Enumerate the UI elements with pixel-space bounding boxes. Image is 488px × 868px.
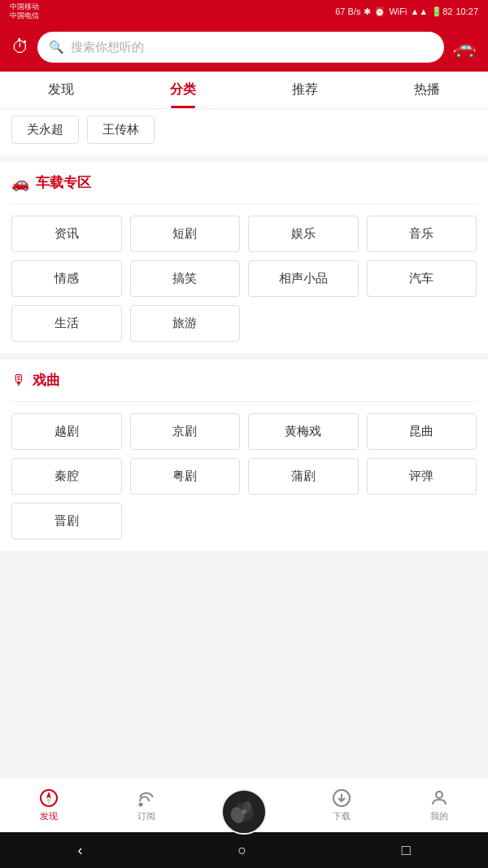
opera-tag-2[interactable]: 黄梅戏 <box>248 413 359 450</box>
car-icon[interactable]: 🚗 <box>452 36 477 59</box>
search-bar[interactable]: 🔍 搜索你想听的 <box>37 32 444 63</box>
nav-tabs: 发现 分类 推荐 热播 <box>0 72 488 109</box>
mic-section-icon: 🎙 <box>11 372 26 389</box>
speed-indicator: 67 B/s <box>335 7 360 16</box>
carzone-tag-7[interactable]: 汽车 <box>367 260 477 297</box>
bottom-nav: 发现 订阅 下载 <box>0 777 488 832</box>
bluetooth-icon: ✱ <box>364 7 371 17</box>
status-bar: 中国移动 中国电信 67 B/s ✱ ⏰ WiFi ▲▲ 🔋82 10:27 <box>0 0 488 23</box>
section-opera-header: 🎙 戏曲 <box>11 371 477 390</box>
artist-tag-0[interactable]: 关永超 <box>11 116 79 144</box>
wifi-icon: WiFi <box>389 7 407 16</box>
artist-tag-1[interactable]: 王传林 <box>87 116 155 144</box>
nav-download-label: 下载 <box>333 810 351 822</box>
now-playing-art <box>223 791 265 833</box>
tab-find[interactable]: 发现 <box>0 72 122 108</box>
tab-hot[interactable]: 热播 <box>366 72 488 108</box>
rss-icon <box>137 788 156 808</box>
carzone-tag-6[interactable]: 相声小品 <box>248 260 359 297</box>
svg-point-8 <box>242 809 246 814</box>
carzone-tag-1[interactable]: 短剧 <box>130 216 241 252</box>
battery-icon: 🔋82 <box>431 7 452 17</box>
alarm-icon: ⏰ <box>374 7 386 17</box>
carzone-tag-5[interactable]: 搞笑 <box>130 260 241 297</box>
opera-tag-7[interactable]: 评弹 <box>367 458 477 495</box>
nav-mine-label: 我的 <box>430 810 448 822</box>
opera-tag-grid: 越剧 京剧 黄梅戏 昆曲 秦腔 粤剧 蒲剧 评弹 晋剧 <box>11 413 477 539</box>
user-icon <box>429 788 449 808</box>
nav-mine[interactable]: 我的 <box>390 782 488 829</box>
nav-find-label: 发现 <box>40 810 58 822</box>
section-carzone: 🚗 车载专区 资讯 短剧 娱乐 音乐 情感 搞笑 相声小品 汽车 生活 旅游 <box>0 162 488 353</box>
search-placeholder: 搜索你想听的 <box>71 40 144 55</box>
section-carzone-divider <box>11 203 477 204</box>
artist-row: 关永超 王传林 <box>0 109 488 155</box>
carzone-tag-9[interactable]: 旅游 <box>130 305 241 342</box>
svg-marker-1 <box>46 792 51 798</box>
download-icon <box>332 788 351 808</box>
carrier-info: 中国移动 中国电信 <box>10 2 39 20</box>
android-home-btn[interactable]: ○ <box>237 842 246 859</box>
carzone-tag-0[interactable]: 资讯 <box>11 216 122 252</box>
nav-find[interactable]: 发现 <box>0 782 98 829</box>
search-icon: 🔍 <box>49 40 64 55</box>
section-carzone-header: 🚗 车载专区 <box>11 173 477 192</box>
section-carzone-title: 车载专区 <box>36 173 91 192</box>
clock-icon[interactable]: ⏱ <box>11 37 29 58</box>
section-opera: 🎙 戏曲 越剧 京剧 黄梅戏 昆曲 秦腔 粤剧 蒲剧 评弹 晋剧 <box>0 360 488 551</box>
android-nav-bar: ‹ ○ □ <box>0 832 488 868</box>
carzone-tag-4[interactable]: 情感 <box>11 260 122 297</box>
section-opera-divider <box>11 401 477 402</box>
header: ⏱ 🔍 搜索你想听的 🚗 <box>0 23 488 72</box>
tab-category[interactable]: 分类 <box>122 72 244 108</box>
scroll-content: 关永超 王传林 🚗 车载专区 资讯 短剧 娱乐 音乐 情感 搞笑 相声小品 汽车… <box>0 109 488 777</box>
carzone-tag-grid: 资讯 短剧 娱乐 音乐 情感 搞笑 相声小品 汽车 生活 旅游 <box>11 216 477 342</box>
nav-subscribe-label: 订阅 <box>137 810 155 822</box>
time-display: 10:27 <box>455 7 478 16</box>
nav-download[interactable]: 下载 <box>293 782 390 829</box>
opera-tag-8[interactable]: 晋剧 <box>11 503 122 539</box>
android-recent-btn[interactable]: □ <box>402 842 411 859</box>
android-back-btn[interactable]: ‹ <box>77 842 82 859</box>
nav-subscribe[interactable]: 订阅 <box>98 782 195 829</box>
opera-tag-4[interactable]: 秦腔 <box>11 458 122 495</box>
carzone-tag-8[interactable]: 生活 <box>11 305 122 342</box>
opera-tag-3[interactable]: 昆曲 <box>367 413 477 450</box>
signal-icon: ▲▲ <box>410 7 428 16</box>
carzone-tag-2[interactable]: 娱乐 <box>248 216 359 252</box>
section-opera-title: 戏曲 <box>33 371 60 390</box>
car-section-icon: 🚗 <box>11 174 29 192</box>
svg-marker-2 <box>46 798 51 805</box>
opera-tag-5[interactable]: 粤剧 <box>130 458 241 495</box>
status-right: 67 B/s ✱ ⏰ WiFi ▲▲ 🔋82 10:27 <box>335 7 478 17</box>
svg-point-3 <box>140 803 142 805</box>
compass-icon <box>39 788 59 808</box>
opera-tag-6[interactable]: 蒲剧 <box>248 458 359 495</box>
tab-recommend[interactable]: 推荐 <box>244 72 366 108</box>
svg-point-11 <box>436 792 442 798</box>
opera-tag-0[interactable]: 越剧 <box>11 413 122 450</box>
opera-tag-1[interactable]: 京剧 <box>130 413 241 450</box>
carzone-tag-3[interactable]: 音乐 <box>367 216 477 252</box>
now-playing-circle <box>221 789 267 835</box>
